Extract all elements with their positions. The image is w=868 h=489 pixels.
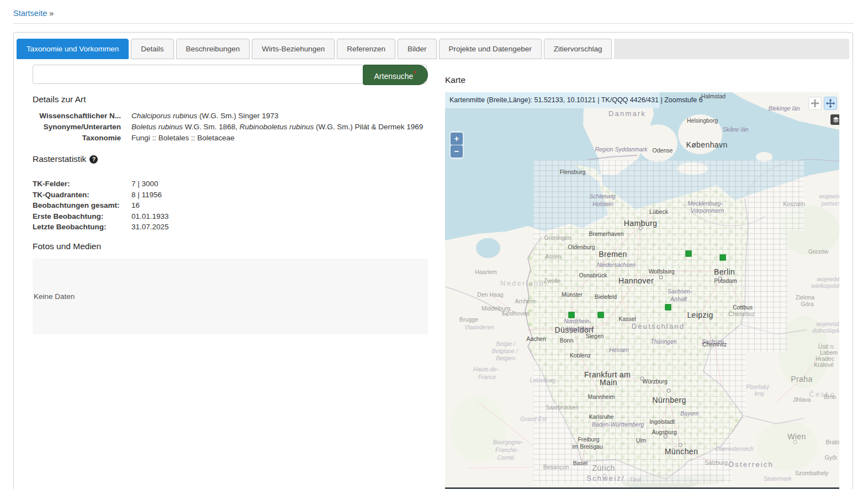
media-empty-text: Keine Daten xyxy=(33,292,75,301)
stat-label: Beobachtungen gesamt: xyxy=(33,200,131,211)
tab-bar-filler xyxy=(614,39,849,59)
detail-value: Boletus rubinus W.G. Sm. 1868, Rubinobol… xyxy=(131,122,423,133)
city-dot xyxy=(641,377,644,381)
detail-value: Chalciporus rubinus (W.G. Sm.) Singer 19… xyxy=(131,111,278,122)
species-detail-row: Wissenschaftlicher N...Chalciporus rubin… xyxy=(33,111,441,122)
stat-row: TK-Felder:7 | 3000 xyxy=(33,178,309,190)
city-dot xyxy=(667,389,671,393)
city-dot xyxy=(664,435,668,439)
raster-statistics-table: TK-Felder:7 | 3000TK-Quadranten:8 | 1195… xyxy=(33,178,309,233)
stat-value: 16 xyxy=(131,200,140,211)
tab-0[interactable]: Taxonomie und Vorkommen xyxy=(17,39,129,59)
city-dot xyxy=(679,443,682,447)
city-dot xyxy=(603,474,607,478)
layer-switcher-button[interactable] xyxy=(830,114,839,125)
raster-statistics-heading: Rasterstatistik? xyxy=(33,154,98,164)
layers-icon xyxy=(832,116,840,124)
breadcrumb-divider xyxy=(13,23,854,24)
species-search-button[interactable]: Artensuche* xyxy=(363,65,428,85)
observation-marker[interactable] xyxy=(569,312,575,318)
map-info-bar: Kartenmitte (Breite,Länge): 51.52133, 10… xyxy=(445,92,659,108)
stat-value: 01.01.1933 xyxy=(131,211,169,222)
pan-arrows-icon xyxy=(825,98,835,108)
stat-label: TK-Quadranten: xyxy=(33,190,131,201)
zoom-out-button[interactable]: − xyxy=(451,145,463,157)
observation-marker[interactable] xyxy=(686,251,692,257)
detail-label: Wissenschaftlicher N... xyxy=(33,111,121,122)
move-icon xyxy=(810,98,820,108)
tab-4[interactable]: Referenzen xyxy=(337,39,395,59)
page: Startseite» Taxonomie und VorkommenDetai… xyxy=(0,0,868,489)
tab-7[interactable]: Zitiervorschlag xyxy=(544,39,612,59)
map-zoom-control: + − xyxy=(449,131,464,159)
detail-label: Synonyme/Unterarten xyxy=(33,122,121,133)
breadcrumb-separator: » xyxy=(49,9,54,18)
pan-extent-button[interactable] xyxy=(824,97,837,110)
media-empty-box: Keine Daten xyxy=(33,259,428,334)
required-asterisk: * xyxy=(414,70,416,77)
pan-mode-button[interactable] xyxy=(808,97,822,110)
detail-value: Fungi :: Boletales :: Boletaceae xyxy=(131,133,235,144)
city-dot xyxy=(793,440,797,444)
tab-6[interactable]: Projekte und Datengeber xyxy=(439,39,542,59)
tab-3[interactable]: Wirts-Beziehungen xyxy=(252,39,335,59)
stat-row: Letzte Beobachtung:31.07.2025 xyxy=(33,222,309,233)
observation-marker[interactable] xyxy=(598,312,604,318)
observation-marker[interactable] xyxy=(665,304,671,311)
species-details-table: Wissenschaftlicher N...Chalciporus rubin… xyxy=(33,111,441,144)
zoom-in-button[interactable]: + xyxy=(451,133,463,145)
species-detail-row: Synonyme/UnterartenBoletus rubinus W.G. … xyxy=(33,122,441,133)
city-dot xyxy=(639,227,643,230)
tab-5[interactable]: Bilder xyxy=(398,39,437,59)
stat-row: TK-Quadranten:8 | 11956 xyxy=(33,190,309,201)
map-base-graphic xyxy=(445,92,839,489)
city-dot xyxy=(659,276,663,280)
stat-label: Erste Beobachtung: xyxy=(33,211,131,222)
media-heading: Fotos und Medien xyxy=(33,241,101,251)
stat-value: 8 | 11956 xyxy=(131,190,162,201)
tab-1[interactable]: Details xyxy=(131,39,173,59)
stat-value: 31.07.2025 xyxy=(131,222,169,233)
stat-row: Beobachtungen gesamt:16 xyxy=(33,200,309,211)
detail-label: Taxonomie xyxy=(33,133,121,144)
help-icon[interactable]: ? xyxy=(89,155,98,164)
species-search-form: Artensuche* xyxy=(33,65,428,85)
species-detail-row: TaxonomieFungi :: Boletales :: Boletacea… xyxy=(33,133,441,144)
stat-value: 7 | 3000 xyxy=(131,178,158,190)
tab-bar: Taxonomie und VorkommenDetailsBeschreibu… xyxy=(17,38,849,59)
tab-2[interactable]: Beschreibungen xyxy=(176,39,250,59)
stat-label: Letzte Beobachtung: xyxy=(33,222,131,233)
map-canvas[interactable]: HalmstadHelsingborgBlekinge länSkåne län… xyxy=(445,92,839,489)
breadcrumb: Startseite» xyxy=(13,9,54,18)
species-details-heading: Details zur Art xyxy=(33,94,86,104)
stat-row: Erste Beobachtung:01.01.1933 xyxy=(33,211,309,222)
observation-marker[interactable] xyxy=(720,255,726,261)
city-dot xyxy=(718,277,722,281)
stat-label: TK-Felder: xyxy=(33,178,131,190)
breadcrumb-home-link[interactable]: Startseite xyxy=(13,9,47,18)
map-heading: Karte xyxy=(445,75,465,85)
content-card: Taxonomie und VorkommenDetailsBeschreibu… xyxy=(13,32,853,489)
